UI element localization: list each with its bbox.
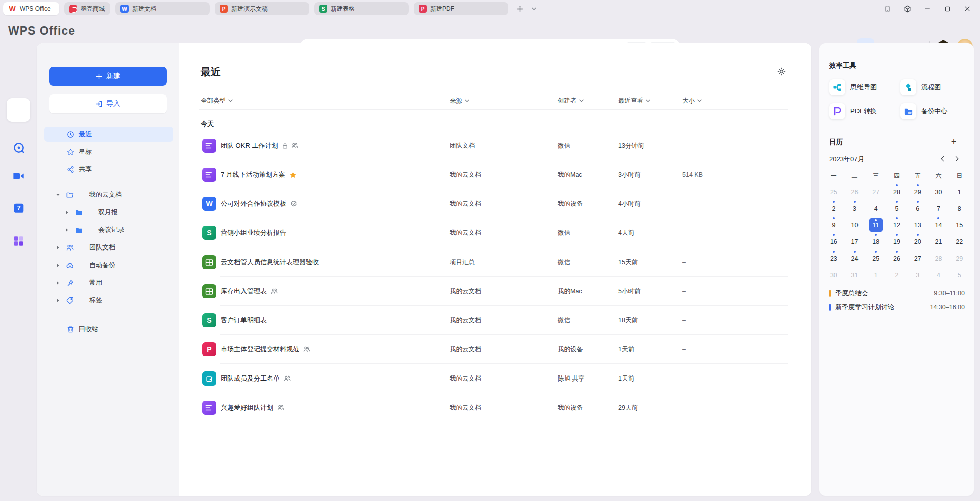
calendar-day[interactable]: 27 [865, 184, 886, 200]
calendar-day[interactable]: 29 [949, 250, 970, 267]
calendar-day-selected[interactable]: 11 [865, 217, 886, 233]
import-button[interactable]: 导入 [49, 94, 167, 113]
filter-创建者[interactable]: 创建者 [558, 95, 584, 106]
sidebar-tree-item-会议记录[interactable]: 会议记录 [44, 222, 173, 237]
add-tab-button[interactable] [514, 3, 525, 14]
file-row[interactable]: 7 月线下活动策划方案我的云文档我的Mac3小时前514 KB [179, 160, 811, 189]
file-row[interactable]: 团队 OKR 工作计划团队文档微信13分钟前– [179, 131, 811, 160]
tool-PDF转换[interactable]: PDF转换 [829, 103, 895, 119]
rail-item-documents[interactable] [7, 98, 30, 122]
tab-list-chevron[interactable] [528, 3, 539, 14]
calendar-day[interactable]: 14 [928, 217, 949, 233]
tab-new-sheet[interactable]: S新建表格 [314, 2, 409, 15]
calendar-day[interactable]: 19 [886, 233, 907, 250]
minimize-button[interactable] [920, 2, 935, 15]
calendar-day[interactable]: 2 [823, 200, 844, 217]
calendar-day[interactable]: 22 [949, 233, 970, 250]
calendar-day[interactable]: 28 [886, 184, 907, 200]
calendar-day[interactable]: 3 [907, 267, 928, 283]
caret-down-icon[interactable] [55, 192, 60, 197]
calendar-day[interactable]: 23 [823, 250, 844, 267]
sidebar-tree-item-团队文档[interactable]: 团队文档 [44, 240, 173, 255]
sidebar-tree-item-自动备份[interactable]: 自动备份 [44, 258, 173, 273]
new-document-button[interactable]: 新建 [49, 67, 167, 86]
rail-item-calendar[interactable]: 7 [7, 196, 30, 219]
tab-wps-home[interactable]: WWPS Office [3, 2, 59, 15]
settings-gear-icon[interactable] [777, 67, 786, 76]
calendar-day[interactable]: 8 [949, 200, 970, 217]
file-row[interactable]: 云文档管人员信息统计表理器验收项目汇总微信15天前– [179, 247, 811, 277]
calendar-day[interactable]: 30 [823, 267, 844, 283]
rail-item-apps[interactable] [7, 229, 30, 253]
calendar-next-button[interactable] [952, 154, 962, 164]
calendar-day[interactable]: 20 [907, 233, 928, 250]
calendar-day[interactable]: 26 [886, 250, 907, 267]
sidebar-item-共享[interactable]: 共享 [44, 162, 173, 177]
rail-item-messages[interactable] [7, 136, 30, 159]
caret-right-icon[interactable] [64, 227, 69, 232]
calendar-day[interactable]: 21 [928, 233, 949, 250]
calendar-day[interactable]: 13 [907, 217, 928, 233]
rail-item-meeting[interactable] [7, 164, 30, 188]
filter-来源[interactable]: 来源 [450, 95, 469, 106]
calendar-day[interactable]: 3 [844, 200, 866, 217]
caret-right-icon[interactable] [55, 245, 60, 250]
file-row[interactable]: S营销小组业绩分析报告我的云文档微信4天前– [179, 218, 811, 247]
calendar-event[interactable]: 新季度学习计划讨论14:30–16:00 [829, 301, 965, 313]
sidebar-tree-item-我的云文档[interactable]: 我的云文档 [44, 187, 173, 202]
caret-right-icon[interactable] [55, 263, 60, 268]
calendar-day[interactable]: 1 [865, 267, 886, 283]
sidebar-item-trash[interactable]: 回收站 [44, 322, 173, 337]
tool-备份中心[interactable]: 备份中心 [900, 103, 965, 119]
file-row[interactable]: 兴趣爱好组队计划我的云文档我的设备29天前– [179, 393, 811, 422]
sidebar-tree-item-常用[interactable]: 常用 [44, 275, 173, 290]
close-button[interactable] [960, 2, 975, 15]
tab-docer[interactable]: 稻壳商城 [64, 2, 110, 15]
calendar-day[interactable]: 1 [949, 184, 970, 200]
caret-right-icon[interactable] [55, 298, 60, 303]
calendar-day[interactable]: 6 [907, 200, 928, 217]
file-row[interactable]: 团队成员及分工名单我的云文档陈旭 共享1天前– [179, 364, 811, 393]
calendar-day[interactable]: 7 [928, 200, 949, 217]
link-device-button[interactable] [880, 2, 895, 15]
calendar-day[interactable]: 5 [886, 200, 907, 217]
sidebar-tree-item-标签[interactable]: 标签 [44, 293, 173, 308]
workbox-button[interactable] [900, 2, 915, 15]
calendar-day[interactable]: 31 [844, 267, 866, 283]
calendar-day[interactable]: 10 [844, 217, 866, 233]
sidebar-item-星标[interactable]: 星标 [44, 144, 173, 159]
calendar-day[interactable]: 4 [928, 267, 949, 283]
caret-right-icon[interactable] [64, 210, 69, 215]
sidebar-tree-item-双月报[interactable]: 双月报 [44, 205, 173, 220]
calendar-day[interactable]: 17 [844, 233, 866, 250]
tab-new-ppt[interactable]: P新建演示文稿 [215, 2, 309, 15]
calendar-day[interactable]: 15 [949, 217, 970, 233]
add-event-button[interactable]: + [948, 136, 960, 148]
calendar-day[interactable]: 2 [886, 267, 907, 283]
filter-大小[interactable]: 大小 [682, 95, 702, 106]
calendar-day[interactable]: 12 [886, 217, 907, 233]
calendar-day[interactable]: 9 [823, 217, 844, 233]
calendar-day[interactable]: 4 [865, 200, 886, 217]
caret-right-icon[interactable] [55, 280, 60, 285]
calendar-day[interactable]: 18 [865, 233, 886, 250]
calendar-prev-button[interactable] [938, 154, 948, 164]
tab-new-doc[interactable]: W新建文档 [115, 2, 210, 15]
calendar-day[interactable]: 30 [928, 184, 949, 200]
filter-最近查看[interactable]: 最近查看 [618, 95, 650, 106]
calendar-event[interactable]: 季度总结会9:30–11:00 [829, 287, 965, 299]
calendar-day[interactable]: 24 [844, 250, 866, 267]
tool-思维导图[interactable]: 思维导图 [829, 79, 895, 95]
tool-流程图[interactable]: 流程图 [900, 79, 965, 95]
calendar-day[interactable]: 25 [865, 250, 886, 267]
filter-全部类型[interactable]: 全部类型 [201, 95, 233, 106]
file-row[interactable]: 库存出入管理表我的云文档我的Mac5小时前– [179, 277, 811, 306]
calendar-day[interactable]: 29 [907, 184, 928, 200]
calendar-day[interactable]: 25 [823, 184, 844, 200]
sidebar-item-最近[interactable]: 最近 [44, 127, 173, 142]
calendar-day[interactable]: 27 [907, 250, 928, 267]
tab-new-pdf[interactable]: P新建PDF [414, 2, 508, 15]
file-row[interactable]: W公司对外合作协议模板我的云文档我的设备4小时前– [179, 189, 811, 218]
calendar-day[interactable]: 16 [823, 233, 844, 250]
file-row[interactable]: P市场主体登记提交材料规范我的云文档我的设备1天前– [179, 335, 811, 364]
